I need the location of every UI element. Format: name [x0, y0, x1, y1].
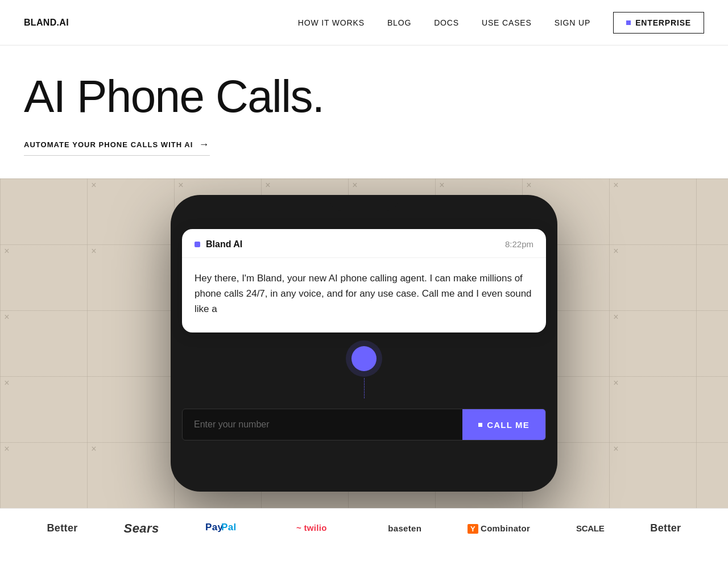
svg-text:Pal: Pal	[221, 522, 237, 533]
chat-card: Bland AI 8:22pm Hey there, I'm Bland, yo…	[182, 229, 546, 333]
x-mark: ×	[348, 178, 362, 192]
x-mark: ×	[609, 442, 623, 456]
nav-links: HOW IT WORKS BLOG DOCS USE CASES SIGN UP…	[298, 12, 704, 34]
logos-bar: Better Sears Pay Pal ~ twilio baseten YC…	[0, 508, 728, 548]
x-mark: ×	[0, 244, 14, 258]
nav-sign-up[interactable]: SIGN UP	[555, 18, 590, 27]
nav-docs[interactable]: DOCS	[434, 18, 459, 27]
call-button-dot	[478, 423, 482, 427]
logo-sears: Sears	[124, 521, 159, 536]
x-mark: ×	[87, 244, 101, 258]
x-mark: ×	[609, 244, 623, 258]
x-mark: ×	[0, 376, 14, 390]
call-me-button[interactable]: CALL ME	[462, 409, 545, 440]
x-mark: ×	[435, 178, 449, 192]
x-mark: ×	[87, 442, 101, 456]
logo[interactable]: BLAND.AI	[24, 18, 69, 28]
hero-section: AI Phone Calls. AUTOMATE YOUR PHONE CALL…	[0, 45, 728, 178]
navigation: BLAND.AI HOW IT WORKS BLOG DOCS USE CASE…	[0, 0, 728, 45]
x-mark: ×	[609, 178, 623, 192]
enterprise-dot	[626, 20, 631, 25]
chat-time: 8:22pm	[505, 239, 533, 249]
chat-sender: Bland AI	[195, 239, 242, 250]
logo-better-1: Better	[47, 522, 77, 534]
logo-scale: SCALE	[576, 523, 604, 533]
nav-how-it-works[interactable]: HOW IT WORKS	[298, 18, 365, 27]
sender-dot	[195, 242, 200, 247]
hero-title: AI Phone Calls.	[24, 73, 704, 120]
demo-section: × × × × × × × × × × × × × × × × × Bland …	[0, 178, 728, 508]
hero-cta-text: AUTOMATE YOUR PHONE CALLS WITH AI	[24, 140, 193, 149]
logo-baseten: baseten	[388, 523, 421, 533]
nav-use-cases[interactable]: USE CASES	[482, 18, 532, 27]
x-mark: ×	[0, 310, 14, 324]
callme-bar: CALL ME	[182, 409, 546, 440]
x-mark: ×	[174, 178, 188, 192]
enterprise-label: ENTERPRISE	[635, 18, 691, 27]
logo-ycombinator: YCombinator	[468, 523, 530, 533]
x-mark: ×	[609, 376, 623, 390]
phone-mockup: Bland AI 8:22pm Hey there, I'm Bland, yo…	[171, 195, 557, 492]
logo-better-2: Better	[650, 522, 681, 534]
svg-text:~ twilio: ~ twilio	[296, 523, 327, 533]
hero-cta[interactable]: AUTOMATE YOUR PHONE CALLS WITH AI →	[24, 139, 210, 156]
phone-number-input[interactable]	[183, 409, 462, 440]
x-mark: ×	[609, 310, 623, 324]
call-button-label: CALL ME	[487, 420, 530, 430]
enterprise-button[interactable]: ENTERPRISE	[613, 12, 704, 34]
arrow-icon: →	[198, 139, 209, 151]
x-mark: ×	[261, 178, 275, 192]
logo-twilio: ~ twilio	[296, 521, 342, 536]
x-mark: ×	[0, 442, 14, 456]
chat-header: Bland AI 8:22pm	[182, 229, 546, 258]
x-mark: ×	[87, 178, 101, 192]
phone-notch	[330, 195, 398, 211]
chat-message: Hey there, I'm Bland, your new AI phone …	[182, 258, 546, 333]
svg-text:Pay: Pay	[205, 522, 223, 533]
x-mark: ×	[522, 178, 536, 192]
recording-dot	[351, 346, 377, 371]
nav-blog[interactable]: BLOG	[387, 18, 411, 27]
recording-line	[364, 378, 365, 398]
sender-name: Bland AI	[206, 239, 242, 250]
recording-indicator	[171, 332, 557, 409]
logo-paypal: Pay Pal	[205, 520, 251, 537]
